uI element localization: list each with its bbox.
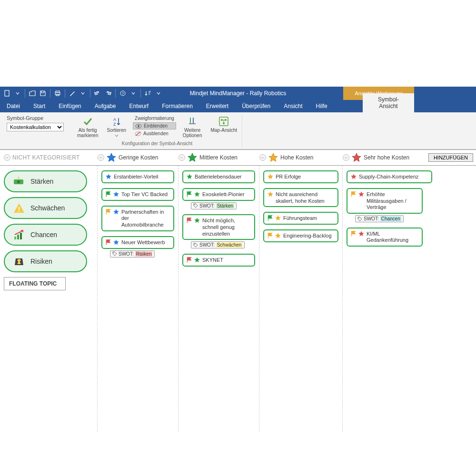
topic-card[interactable]: Neuer Wettbewerb: [101, 236, 174, 249]
star-icon: [106, 152, 117, 163]
svg-rect-24: [17, 235, 19, 239]
board: Stärken Schwächen Chancen Risiken FLOATI…: [0, 166, 476, 432]
flag-icon: [350, 191, 357, 198]
redo-icon[interactable]: [104, 89, 112, 98]
star-icon: [113, 208, 119, 215]
menu-entwurf[interactable]: Entwurf: [122, 100, 155, 112]
collapse-icon[interactable]: −: [98, 154, 104, 161]
swot-strengths[interactable]: Stärken: [4, 170, 87, 192]
new-doc-icon[interactable]: [3, 89, 11, 98]
col-header-uncategorized: NICHT KATEGORISIERT: [12, 154, 80, 161]
flag-icon: [186, 217, 193, 224]
topic-card[interactable]: Supply-Chain-Kompetenz: [347, 170, 432, 183]
svg-point-27: [113, 252, 114, 253]
svg-point-28: [194, 204, 195, 205]
swot-tag[interactable]: SWOT: Chancen: [355, 215, 404, 222]
menu-ueberpruefen[interactable]: Überprüfen: [235, 100, 277, 112]
topic-card[interactable]: Top Tier VC Backed: [101, 188, 174, 201]
swot-label: Risiken: [30, 258, 52, 265]
menu-einfuegen[interactable]: Einfügen: [52, 100, 88, 112]
svg-point-9: [138, 125, 139, 127]
topic-card[interactable]: Nicht ausreichend skaliert, hohe Kosten: [263, 188, 338, 208]
sort-icon[interactable]: [144, 89, 152, 98]
swot-weaknesses[interactable]: Schwächen: [4, 197, 87, 219]
symbol-group-select[interactable]: Kostenkalkulation: [7, 123, 64, 131]
add-column-button[interactable]: HINZUFÜGEN: [428, 153, 473, 162]
floating-topic[interactable]: FLOATING TOPIC: [4, 277, 66, 290]
dropdown-icon[interactable]: [129, 89, 138, 98]
topic-card[interactable]: Erhöhte Militärausgaben / Verträge: [347, 188, 423, 214]
flag-icon: [267, 232, 274, 239]
star-icon: [187, 152, 198, 163]
tag-icon: [193, 243, 198, 248]
collapse-icon[interactable]: −: [343, 154, 349, 161]
col-header-low: Geringe Kosten: [119, 154, 158, 161]
menu-ansicht[interactable]: Ansicht: [277, 100, 309, 112]
topic-card[interactable]: Engineering-Backlog: [263, 229, 338, 242]
open-icon[interactable]: [28, 89, 37, 98]
svg-point-20: [17, 180, 20, 183]
topic-card[interactable]: PR Erfolge: [263, 170, 338, 183]
topic-card[interactable]: SKYNET: [182, 254, 255, 267]
menu-formatieren[interactable]: Formatieren: [155, 100, 199, 112]
swot-risks[interactable]: Risiken: [4, 250, 87, 272]
swot-opportunities[interactable]: Chancen: [4, 224, 87, 246]
svg-rect-14: [189, 123, 196, 124]
menu-hilfe[interactable]: Hilfe: [309, 100, 334, 112]
dropdown-icon[interactable]: [79, 89, 87, 98]
hide-button[interactable]: Ausblenden: [133, 130, 176, 137]
menu-datei[interactable]: Datei: [0, 100, 27, 112]
topic-card[interactable]: Exoskelett-Pionier: [182, 188, 255, 201]
topic-card[interactable]: Batterielebensdauer: [182, 170, 255, 183]
topic-card[interactable]: Führungsteam: [263, 212, 338, 225]
topic-card[interactable]: KI/ML Gedankenführung: [347, 228, 423, 247]
star-icon: [267, 191, 274, 198]
menu-aufgabe[interactable]: Aufgabe: [88, 100, 123, 112]
svg-rect-21: [19, 207, 20, 210]
save-icon[interactable]: [39, 89, 47, 98]
show-button[interactable]: Einblenden: [133, 122, 176, 129]
menu-bar: Datei Start Einfügen Aufgabe Entwurf For…: [0, 100, 476, 112]
flag-icon: [350, 230, 357, 237]
star-icon: [351, 152, 362, 163]
print-icon[interactable]: [53, 89, 62, 98]
col-header-high: Hohe Kosten: [280, 154, 313, 161]
column-mid-cost: Batterielebensdauer Exoskelett-Pionier S…: [178, 166, 259, 432]
undo-icon[interactable]: [93, 89, 102, 98]
menu-symbol-ansicht[interactable]: Symbol-Ansicht: [363, 93, 414, 112]
topic-card[interactable]: Nicht möglich, schnell genug einzustelle…: [182, 214, 255, 240]
swot-label: Schwächen: [30, 204, 65, 212]
swot-tag[interactable]: SWOT: Stärken: [191, 202, 237, 209]
svg-text:Z: Z: [113, 122, 116, 127]
star-icon: [275, 232, 281, 239]
star-icon: [358, 191, 365, 198]
flag-icon: [267, 215, 274, 221]
dropdown-icon[interactable]: [154, 89, 163, 98]
growth-icon: [12, 228, 26, 241]
collapse-icon[interactable]: −: [259, 154, 266, 161]
dropdown-icon[interactable]: [13, 89, 22, 98]
menu-erweitert[interactable]: Erweitert: [199, 100, 235, 112]
collapse-icon[interactable]: −: [4, 154, 10, 161]
menu-start[interactable]: Start: [27, 100, 52, 112]
collapse-icon[interactable]: −: [178, 154, 185, 161]
whitespace-top: [0, 0, 476, 87]
board-header: − NICHT KATEGORISIERT − Geringe Kosten −…: [0, 149, 476, 166]
col-header-mid: Mittlere Kosten: [199, 154, 238, 161]
help-icon[interactable]: ?: [119, 89, 127, 98]
swot-tag[interactable]: SWOT: Risiken: [110, 250, 155, 258]
map-view-button[interactable]: Map-Ansicht: [208, 115, 239, 134]
sort-button[interactable]: AZ Sortieren: [105, 115, 128, 139]
swot-tag[interactable]: SWOT: Schwächen: [191, 241, 245, 248]
topic-card[interactable]: Erstanbieter-Vorteil: [101, 170, 174, 183]
more-options-button[interactable]: Weitere Optionen: [181, 115, 204, 139]
col-header-veryhigh: Sehr hohe Kosten: [364, 154, 409, 161]
flag-icon: [105, 208, 112, 215]
mark-done-button[interactable]: Als fertig markieren: [75, 115, 100, 139]
money-icon: [12, 175, 26, 188]
brush-icon[interactable]: [68, 89, 77, 98]
topic-card[interactable]: Partnerschaften in der Automobilbranche: [101, 206, 174, 231]
column-high-cost: PR Erfolge Nicht ausreichend skaliert, h…: [259, 166, 343, 432]
column-uncategorized: Stärken Schwächen Chancen Risiken FLOATI…: [0, 166, 98, 432]
app-title: Mindjet MindManager - Rally Robotics: [190, 90, 287, 97]
